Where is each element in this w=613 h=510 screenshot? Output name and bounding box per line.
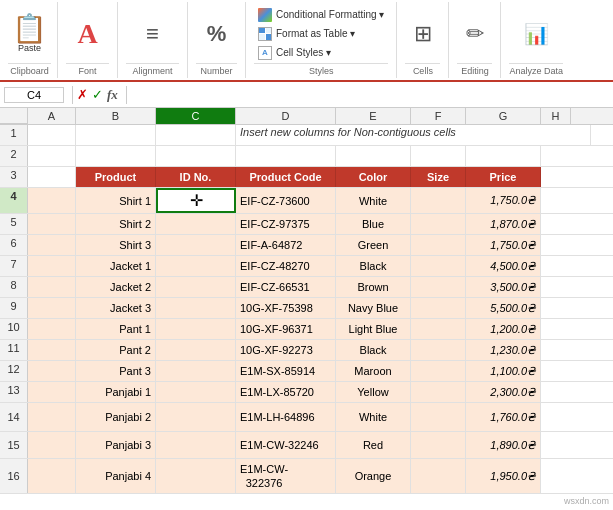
cell-B16[interactable]: Panjabi 4	[76, 459, 156, 493]
cell-E12[interactable]: Maroon	[336, 361, 411, 381]
cell-C16[interactable]	[156, 459, 236, 493]
cell-B8[interactable]: Jacket 2	[76, 277, 156, 297]
cell-A2[interactable]	[28, 146, 76, 166]
cell-C7[interactable]	[156, 256, 236, 276]
cell-F4[interactable]	[411, 188, 466, 213]
cell-D12[interactable]: E1M-SX-85914	[236, 361, 336, 381]
cell-G13[interactable]: 2,300.0₴	[466, 382, 541, 402]
cell-C2[interactable]	[156, 146, 236, 166]
cell-A13[interactable]	[28, 382, 76, 402]
cell-D15[interactable]: E1M-CW-32246	[236, 432, 336, 458]
cell-D11[interactable]: 10G-XF-92273	[236, 340, 336, 360]
cell-F12[interactable]	[411, 361, 466, 381]
col-header-A[interactable]: A	[28, 108, 76, 124]
cell-B10[interactable]: Pant 1	[76, 319, 156, 339]
cell-E2[interactable]	[336, 146, 411, 166]
cell-E13[interactable]: Yellow	[336, 382, 411, 402]
conditional-formatting-button[interactable]: Conditional Formatting ▾	[254, 6, 388, 24]
cell-B3[interactable]: Product	[76, 167, 156, 187]
cell-E3[interactable]: Color	[336, 167, 411, 187]
cell-B7[interactable]: Jacket 1	[76, 256, 156, 276]
formula-input[interactable]	[131, 89, 609, 101]
cell-E11[interactable]: Black	[336, 340, 411, 360]
insert-function-icon[interactable]: fx	[107, 87, 118, 103]
cell-E7[interactable]: Black	[336, 256, 411, 276]
cancel-formula-icon[interactable]: ✗	[77, 87, 88, 102]
cell-H3[interactable]	[541, 167, 571, 187]
cell-F11[interactable]	[411, 340, 466, 360]
format-as-table-button[interactable]: Format as Table ▾	[254, 25, 388, 43]
cell-B15[interactable]: Panjabi 3	[76, 432, 156, 458]
cell-D3[interactable]: Product Code	[236, 167, 336, 187]
cell-A15[interactable]	[28, 432, 76, 458]
cell-G16[interactable]: 1,950.0₴	[466, 459, 541, 493]
col-header-E[interactable]: E	[336, 108, 411, 124]
accept-formula-icon[interactable]: ✓	[92, 87, 103, 102]
cell-A4[interactable]	[28, 188, 76, 213]
cell-B2[interactable]	[76, 146, 156, 166]
cell-D8[interactable]: EIF-CZ-66531	[236, 277, 336, 297]
cell-G2[interactable]	[466, 146, 541, 166]
cell-A11[interactable]	[28, 340, 76, 360]
cell-C11[interactable]	[156, 340, 236, 360]
col-header-F[interactable]: F	[411, 108, 466, 124]
cell-F2[interactable]	[411, 146, 466, 166]
cell-C3[interactable]: ID No.	[156, 167, 236, 187]
cell-A7[interactable]	[28, 256, 76, 276]
cell-F8[interactable]	[411, 277, 466, 297]
cell-B1[interactable]	[76, 125, 156, 145]
cell-E8[interactable]: Brown	[336, 277, 411, 297]
cell-F15[interactable]	[411, 432, 466, 458]
cell-C14[interactable]	[156, 403, 236, 431]
cell-E16[interactable]: Orange	[336, 459, 411, 493]
cell-F3[interactable]: Size	[411, 167, 466, 187]
cell-F10[interactable]	[411, 319, 466, 339]
cell-A16[interactable]	[28, 459, 76, 493]
col-header-G[interactable]: G	[466, 108, 541, 124]
cell-F6[interactable]	[411, 235, 466, 255]
cell-G10[interactable]: 1,200.0₴	[466, 319, 541, 339]
cell-G14[interactable]: 1,760.0₴	[466, 403, 541, 431]
cell-C4[interactable]: ✛	[156, 188, 236, 213]
cell-F9[interactable]	[411, 298, 466, 318]
cell-A8[interactable]	[28, 277, 76, 297]
cell-B4[interactable]: Shirt 1	[76, 188, 156, 213]
cell-D6[interactable]: EIF-A-64872	[236, 235, 336, 255]
cell-A6[interactable]	[28, 235, 76, 255]
cell-B6[interactable]: Shirt 3	[76, 235, 156, 255]
cell-F13[interactable]	[411, 382, 466, 402]
cell-D7[interactable]: EIF-CZ-48270	[236, 256, 336, 276]
formula-icons[interactable]: ✗ ✓ fx	[77, 87, 118, 103]
cell-styles-button[interactable]: A Cell Styles ▾	[254, 44, 388, 62]
paste-button[interactable]: 📋 Paste	[8, 13, 51, 55]
cell-D9[interactable]: 10G-XF-75398	[236, 298, 336, 318]
col-header-H[interactable]: H	[541, 108, 571, 124]
cell-C6[interactable]	[156, 235, 236, 255]
cell-A5[interactable]	[28, 214, 76, 234]
cell-E6[interactable]: Green	[336, 235, 411, 255]
cell-D10[interactable]: 10G-XF-96371	[236, 319, 336, 339]
cell-H4[interactable]	[541, 188, 571, 213]
cell-B5[interactable]: Shirt 2	[76, 214, 156, 234]
cell-E4[interactable]: White	[336, 188, 411, 213]
cell-G15[interactable]: 1,890.0₴	[466, 432, 541, 458]
cell-B14[interactable]: Panjabi 2	[76, 403, 156, 431]
cell-E15[interactable]: Red	[336, 432, 411, 458]
cell-F5[interactable]	[411, 214, 466, 234]
cell-B13[interactable]: Panjabi 1	[76, 382, 156, 402]
cell-G12[interactable]: 1,100.0₴	[466, 361, 541, 381]
cell-B9[interactable]: Jacket 3	[76, 298, 156, 318]
cell-C5[interactable]	[156, 214, 236, 234]
col-header-D[interactable]: D	[236, 108, 336, 124]
cell-A3[interactable]	[28, 167, 76, 187]
cell-G3[interactable]: Price	[466, 167, 541, 187]
cell-D2[interactable]	[236, 146, 336, 166]
cell-G4[interactable]: 1,750.0₴	[466, 188, 541, 213]
cell-H2[interactable]	[541, 146, 571, 166]
cell-D1[interactable]: Insert new columns for Non-contiguous ce…	[236, 125, 591, 145]
cell-E10[interactable]: Light Blue	[336, 319, 411, 339]
cell-E5[interactable]: Blue	[336, 214, 411, 234]
cell-G6[interactable]: 1,750.0₴	[466, 235, 541, 255]
cell-C8[interactable]	[156, 277, 236, 297]
cell-E14[interactable]: White	[336, 403, 411, 431]
